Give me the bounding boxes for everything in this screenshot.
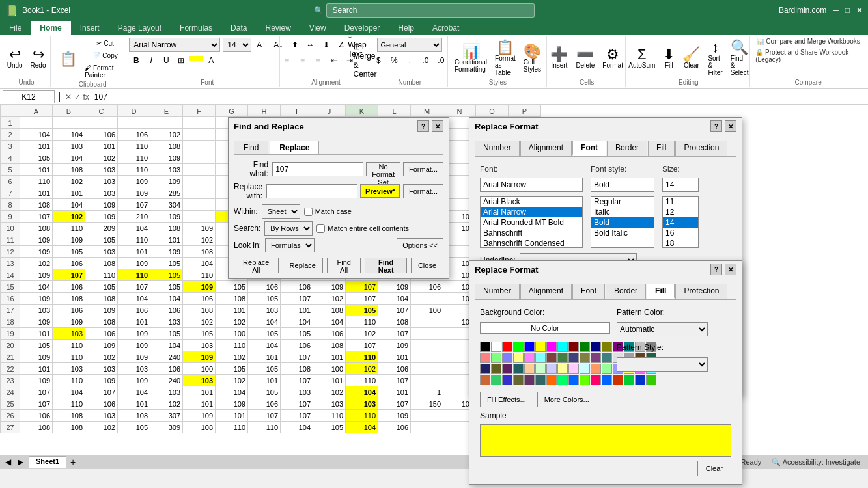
cell-E10[interactable]: 108 <box>150 223 183 234</box>
cell-J27[interactable]: 105 <box>313 422 346 433</box>
color-swatch[interactable] <box>580 375 590 385</box>
color-swatch[interactable] <box>580 342 590 352</box>
cell-A9[interactable]: 107 <box>20 211 53 223</box>
cell-J22[interactable]: 100 <box>313 363 346 375</box>
cell-B12[interactable]: 105 <box>53 246 85 258</box>
search-select[interactable]: By Rows <box>264 221 313 236</box>
cell-D10[interactable]: 104 <box>118 223 150 234</box>
font-style-listbox[interactable]: Regular Italic Bold Bold Italic <box>591 196 654 248</box>
color-swatch[interactable] <box>602 342 612 352</box>
cell-G19[interactable]: 100 <box>216 328 248 340</box>
sheet-next-btn[interactable]: ▶ <box>15 457 26 467</box>
cell-B14[interactable]: 107 <box>53 269 85 281</box>
replace-all-btn[interactable]: Replace All <box>234 258 279 273</box>
rf-fill-clear-btn[interactable]: Clear <box>697 461 731 469</box>
color-swatch[interactable] <box>524 375 535 385</box>
cell-C20[interactable]: 109 <box>85 340 118 351</box>
cell-A1[interactable] <box>20 117 53 129</box>
cell-G17[interactable]: 101 <box>216 305 248 316</box>
cell-C1[interactable] <box>85 117 118 129</box>
row-header-6[interactable]: 6 <box>1 176 20 187</box>
cell-E27[interactable]: 309 <box>150 422 183 433</box>
row-header-19[interactable]: 19 <box>1 328 20 340</box>
cell-A19[interactable]: 101 <box>20 328 53 340</box>
size-16[interactable]: 16 <box>663 228 698 238</box>
row-header-21[interactable]: 21 <box>1 351 20 363</box>
cell-E24[interactable]: 103 <box>150 386 183 398</box>
cell-F21[interactable]: 109 <box>183 351 216 363</box>
style-italic[interactable]: Italic <box>591 207 654 217</box>
font-item-arial-narrow[interactable]: Arial Narrow <box>481 207 582 217</box>
cell-H23[interactable]: 101 <box>248 375 281 386</box>
cell-C5[interactable]: 103 <box>85 164 118 176</box>
tab-home[interactable]: Home <box>31 21 70 35</box>
conditional-formatting-btn[interactable]: 📊ConditionalFormatting <box>451 42 490 75</box>
format-btn[interactable]: ⚙Format <box>599 46 626 71</box>
row-header-15[interactable]: 15 <box>1 281 20 293</box>
cell-E7[interactable]: 285 <box>150 187 183 199</box>
color-swatch[interactable] <box>568 375 579 385</box>
add-sheet-btn[interactable]: + <box>66 457 79 467</box>
row-header-25[interactable]: 25 <box>1 398 20 410</box>
color-swatch[interactable] <box>502 342 512 352</box>
color-swatch[interactable] <box>546 353 557 363</box>
cell-K23[interactable]: 110 <box>346 375 378 386</box>
cell-A26[interactable]: 106 <box>20 410 53 422</box>
compare-merge-btn[interactable]: 📊 Compare and Merge Workbooks <box>757 38 860 45</box>
cell-H24[interactable]: 105 <box>248 386 281 398</box>
cell-D5[interactable]: 110 <box>118 164 150 176</box>
cell-A16[interactable]: 109 <box>20 293 53 305</box>
cell-K19[interactable]: 102 <box>346 328 378 340</box>
font-item-arial-rounded[interactable]: Arial Rounded MT Bold <box>481 217 582 228</box>
color-swatch[interactable] <box>591 342 601 352</box>
cell-E1[interactable] <box>150 117 183 129</box>
insert-function-icon[interactable]: fx <box>83 92 89 102</box>
cell-C8[interactable]: 109 <box>85 199 118 211</box>
cell-B25[interactable]: 110 <box>53 398 85 410</box>
color-swatch[interactable] <box>480 353 490 363</box>
cell-K16[interactable]: 107 <box>346 293 378 305</box>
cell-L27[interactable]: 106 <box>378 422 411 433</box>
cell-E13[interactable]: 105 <box>150 258 183 269</box>
cell-K27[interactable]: 104 <box>346 422 378 433</box>
italic-button[interactable]: I <box>144 53 158 68</box>
cell-B3[interactable]: 103 <box>53 141 85 152</box>
find-all-btn[interactable]: Find All <box>327 258 361 273</box>
cell-B16[interactable]: 108 <box>53 293 85 305</box>
row-header-23[interactable]: 23 <box>1 375 20 386</box>
cell-A2[interactable]: 104 <box>20 129 53 141</box>
replace-format-font-help-btn[interactable]: ? <box>710 120 722 132</box>
font-item-bahnschrift[interactable]: Bahnschrift <box>481 228 582 238</box>
cell-G24[interactable]: 104 <box>216 386 248 398</box>
color-swatch[interactable] <box>602 353 612 363</box>
cell-D14[interactable]: 110 <box>118 269 150 281</box>
underline-button[interactable]: U <box>159 53 173 68</box>
cell-J16[interactable]: 102 <box>313 293 346 305</box>
merge-center-btn[interactable]: ⊞ Merge & Center <box>358 53 372 68</box>
color-swatch[interactable] <box>557 342 568 352</box>
rf-fill-tab-number[interactable]: Number <box>475 284 520 299</box>
color-swatch[interactable] <box>502 375 512 385</box>
color-swatch[interactable] <box>546 375 557 385</box>
cell-J21[interactable]: 101 <box>313 351 346 363</box>
cell-C2[interactable]: 106 <box>85 129 118 141</box>
no-format-set-btn[interactable]: No Format Set <box>366 162 400 176</box>
cell-E11[interactable]: 101 <box>150 234 183 246</box>
cell-K26[interactable]: 110 <box>346 410 378 422</box>
format-as-table-btn[interactable]: 📋Format asTable <box>492 38 519 78</box>
color-swatch[interactable] <box>535 364 546 374</box>
row-header-16[interactable]: 16 <box>1 293 20 305</box>
align-middle-btn[interactable]: ↔ <box>303 38 318 52</box>
cell-C27[interactable]: 102 <box>85 422 118 433</box>
cell-B18[interactable]: 109 <box>53 316 85 328</box>
cell-D1[interactable] <box>118 117 150 129</box>
cell-B1[interactable] <box>53 117 85 129</box>
cell-L25[interactable]: 107 <box>378 398 411 410</box>
cell-A17[interactable]: 103 <box>20 305 53 316</box>
color-swatch[interactable] <box>591 353 601 363</box>
color-swatch[interactable] <box>591 364 601 374</box>
cell-A27[interactable]: 108 <box>20 422 53 433</box>
cell-F22[interactable]: 100 <box>183 363 216 375</box>
close-btn[interactable]: ✕ <box>856 6 863 15</box>
cell-K25[interactable]: 103 <box>346 398 378 410</box>
